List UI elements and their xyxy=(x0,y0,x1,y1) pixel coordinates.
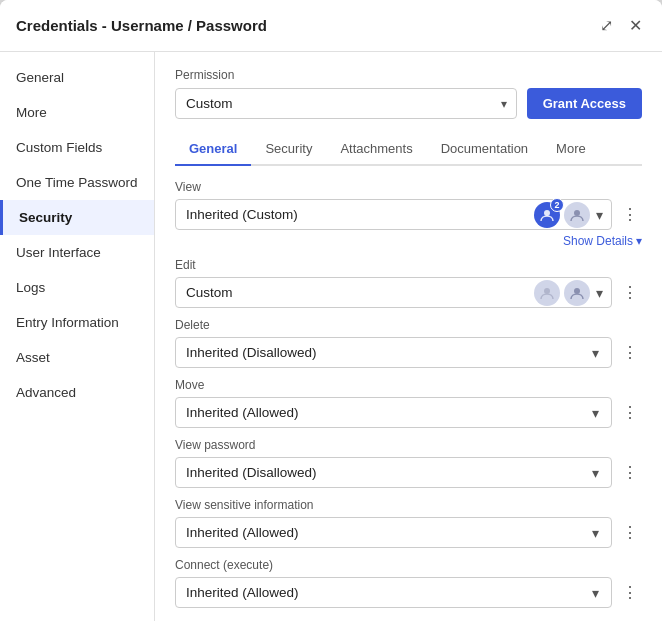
permission-row: Custom Inherited Disallowed Allowed ▾ Gr… xyxy=(175,88,642,119)
view-sensitive-dropdown-row: Inherited (Allowed) Custom Allowed Disal… xyxy=(175,517,642,548)
edit-select[interactable]: Custom Inherited (Custom) Allowed Disall… xyxy=(176,278,534,307)
edit-ghost-icon-2 xyxy=(564,280,590,306)
delete-label: Delete xyxy=(175,318,642,332)
view-icon-group: 2 ▾ xyxy=(534,202,605,228)
connect-dropdown-row: Inherited (Allowed) Custom Allowed Disal… xyxy=(175,577,642,608)
move-field: Move Inherited (Allowed) Custom Allowed … xyxy=(175,378,642,428)
sidebar-item-more[interactable]: More xyxy=(0,95,154,130)
view-password-select[interactable]: Inherited (Disallowed) Custom Allowed Di… xyxy=(176,458,592,487)
connect-chevron-icon: ▾ xyxy=(592,585,605,601)
view-password-more-button[interactable]: ⋮ xyxy=(618,461,642,484)
delete-more-button[interactable]: ⋮ xyxy=(618,341,642,364)
edit-ghost-icon-1 xyxy=(534,280,560,306)
svg-point-3 xyxy=(574,288,580,294)
connect-select-container: Inherited (Allowed) Custom Allowed Disal… xyxy=(175,577,612,608)
header-actions: ⤢ ✕ xyxy=(596,14,646,37)
permission-select[interactable]: Custom Inherited Disallowed Allowed xyxy=(175,88,517,119)
permission-label: Permission xyxy=(175,68,642,82)
tab-more[interactable]: More xyxy=(542,133,600,166)
view-field: View Inherited (Custom) Custom Allowed D… xyxy=(175,180,642,248)
delete-select[interactable]: Inherited (Disallowed) Custom Allowed Di… xyxy=(176,338,592,367)
grant-access-button[interactable]: Grant Access xyxy=(527,88,642,119)
sidebar-item-logs[interactable]: Logs xyxy=(0,270,154,305)
move-chevron-icon: ▾ xyxy=(592,405,605,421)
close-icon: ✕ xyxy=(629,16,642,35)
show-details-button[interactable]: Show Details ▾ xyxy=(563,234,642,248)
edit-chevron-button[interactable]: ▾ xyxy=(594,283,605,303)
sidebar: General More Custom Fields One Time Pass… xyxy=(0,52,155,621)
avatar-badge: 2 xyxy=(550,198,564,212)
view-sensitive-chevron-icon: ▾ xyxy=(592,525,605,541)
tabs: General Security Attachments Documentati… xyxy=(175,133,642,166)
show-details-chevron-icon: ▾ xyxy=(636,234,642,248)
sidebar-item-asset[interactable]: Asset xyxy=(0,340,154,375)
delete-select-container: Inherited (Disallowed) Custom Allowed Di… xyxy=(175,337,612,368)
view-avatar-icon: 2 xyxy=(534,202,560,228)
tab-documentation[interactable]: Documentation xyxy=(427,133,542,166)
view-password-field: View password Inherited (Disallowed) Cus… xyxy=(175,438,642,488)
dialog: Credentials - Username / Password ⤢ ✕ Ge… xyxy=(0,0,662,621)
move-dropdown-row: Inherited (Allowed) Custom Allowed Disal… xyxy=(175,397,642,428)
view-password-select-container: Inherited (Disallowed) Custom Allowed Di… xyxy=(175,457,612,488)
edit-field: Edit Custom Inherited (Custom) Allowed D… xyxy=(175,258,642,308)
view-ghost-icon xyxy=(564,202,590,228)
view-chevron-button[interactable]: ▾ xyxy=(594,205,605,225)
permission-section: Permission Custom Inherited Disallowed A… xyxy=(175,68,642,119)
delete-chevron-icon: ▾ xyxy=(592,345,605,361)
collapse-icon: ⤢ xyxy=(600,16,613,35)
connect-field: Connect (execute) Inherited (Allowed) Cu… xyxy=(175,558,642,608)
view-password-dropdown-row: Inherited (Disallowed) Custom Allowed Di… xyxy=(175,457,642,488)
sidebar-item-custom-fields[interactable]: Custom Fields xyxy=(0,130,154,165)
view-sensitive-select[interactable]: Inherited (Allowed) Custom Allowed Disal… xyxy=(176,518,592,547)
connect-label: Connect (execute) xyxy=(175,558,642,572)
sidebar-item-advanced[interactable]: Advanced xyxy=(0,375,154,410)
sidebar-item-entry-information[interactable]: Entry Information xyxy=(0,305,154,340)
move-label: Move xyxy=(175,378,642,392)
edit-more-button[interactable]: ⋮ xyxy=(618,281,642,304)
delete-dropdown-row: Inherited (Disallowed) Custom Allowed Di… xyxy=(175,337,642,368)
view-sensitive-label: View sensitive information xyxy=(175,498,642,512)
view-sensitive-more-button[interactable]: ⋮ xyxy=(618,521,642,544)
move-select[interactable]: Inherited (Allowed) Custom Allowed Disal… xyxy=(176,398,592,427)
edit-select-container: Custom Inherited (Custom) Allowed Disall… xyxy=(175,277,612,308)
view-more-button[interactable]: ⋮ xyxy=(618,203,642,226)
connect-more-button[interactable]: ⋮ xyxy=(618,581,642,604)
view-sensitive-select-container: Inherited (Allowed) Custom Allowed Disal… xyxy=(175,517,612,548)
view-select-container: Inherited (Custom) Custom Allowed Disall… xyxy=(175,199,612,230)
view-dropdown-row: Inherited (Custom) Custom Allowed Disall… xyxy=(175,199,642,230)
delete-field: Delete Inherited (Disallowed) Custom All… xyxy=(175,318,642,368)
tab-attachments[interactable]: Attachments xyxy=(326,133,426,166)
edit-icon-group: ▾ xyxy=(534,280,605,306)
dialog-body: General More Custom Fields One Time Pass… xyxy=(0,52,662,621)
edit-label: Edit xyxy=(175,258,642,272)
close-button[interactable]: ✕ xyxy=(625,14,646,37)
dialog-header: Credentials - Username / Password ⤢ ✕ xyxy=(0,0,662,52)
dialog-title: Credentials - Username / Password xyxy=(16,17,267,34)
move-more-button[interactable]: ⋮ xyxy=(618,401,642,424)
view-password-chevron-icon: ▾ xyxy=(592,465,605,481)
tab-security[interactable]: Security xyxy=(251,133,326,166)
edit-dropdown-row: Custom Inherited (Custom) Allowed Disall… xyxy=(175,277,642,308)
svg-point-2 xyxy=(544,288,550,294)
main-content: Permission Custom Inherited Disallowed A… xyxy=(155,52,662,621)
view-password-label: View password xyxy=(175,438,642,452)
connect-select[interactable]: Inherited (Allowed) Custom Allowed Disal… xyxy=(176,578,592,607)
show-details-row: Show Details ▾ xyxy=(175,234,642,248)
view-select[interactable]: Inherited (Custom) Custom Allowed Disall… xyxy=(176,200,534,229)
sidebar-item-one-time-password[interactable]: One Time Password xyxy=(0,165,154,200)
sidebar-item-user-interface[interactable]: User Interface xyxy=(0,235,154,270)
sidebar-item-security[interactable]: Security xyxy=(0,200,154,235)
view-label: View xyxy=(175,180,642,194)
collapse-button[interactable]: ⤢ xyxy=(596,14,617,37)
svg-point-0 xyxy=(544,210,550,216)
permission-select-wrapper: Custom Inherited Disallowed Allowed ▾ xyxy=(175,88,517,119)
sidebar-item-general[interactable]: General xyxy=(0,60,154,95)
move-select-container: Inherited (Allowed) Custom Allowed Disal… xyxy=(175,397,612,428)
tab-general[interactable]: General xyxy=(175,133,251,166)
view-sensitive-field: View sensitive information Inherited (Al… xyxy=(175,498,642,548)
svg-point-1 xyxy=(574,210,580,216)
